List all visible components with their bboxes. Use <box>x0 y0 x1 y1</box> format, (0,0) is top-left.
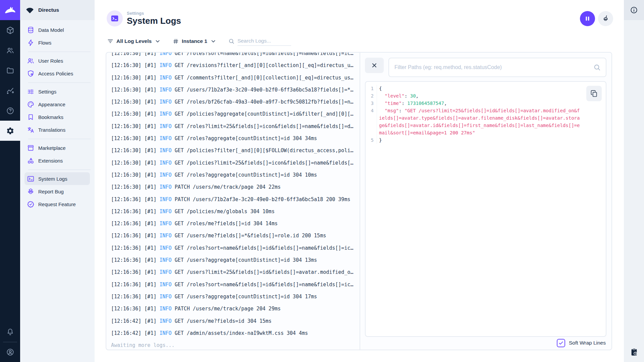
search-logs-input[interactable] <box>237 37 291 46</box>
log-meta: [12:16:36] [#1] <box>111 208 160 215</box>
log-row[interactable]: [12:16:30] [#1] INFO GET /roles?sort=nam… <box>111 53 360 59</box>
log-row[interactable]: [12:16:30] [#1] INFO GET /roles?aggregat… <box>111 132 360 144</box>
nav-item-data-model[interactable]: Data Model <box>24 23 90 36</box>
log-level: INFO <box>160 123 172 129</box>
log-meta: [12:16:30] [#1] <box>111 75 160 81</box>
log-row[interactable]: [12:16:30] [#1] INFO GET /policies?aggre… <box>111 108 360 120</box>
log-meta: [12:16:36] [#1] <box>111 294 160 300</box>
log-row[interactable]: [12:16:30] [#1] INFO GET /policies?filte… <box>111 144 360 157</box>
log-row[interactable]: [12:16:36] [#1] INFO GET /users?limit=25… <box>111 266 360 278</box>
nav-item-label: Settings <box>38 89 56 95</box>
instance-filter[interactable]: Instance 1 <box>172 38 217 45</box>
copy-json-button[interactable] <box>586 86 602 101</box>
user-roles-icon <box>27 57 35 65</box>
log-row[interactable]: [12:16:36] [#1] INFO GET /roles?sort=nam… <box>111 279 360 291</box>
log-row[interactable]: [12:16:36] [#1] INFO PATCH /users/me/tra… <box>111 303 360 315</box>
system-logs-page-icon <box>107 10 123 26</box>
nav-item-user-roles[interactable]: User Roles <box>24 54 90 67</box>
close-icon <box>371 62 378 69</box>
nav-item-appearance[interactable]: Appearance <box>24 98 90 111</box>
log-row[interactable]: [12:16:30] [#1] INFO PATCH /users/me/tra… <box>111 181 360 193</box>
project-chip[interactable]: Directus <box>20 0 95 20</box>
user-menu-button[interactable] <box>0 342 20 362</box>
log-meta: [12:16:36] [#1] <box>111 196 160 202</box>
instance-filter-label: Instance 1 <box>182 38 207 44</box>
log-row[interactable]: [12:16:36] [#1] INFO GET /users?aggregat… <box>111 254 360 266</box>
code-line: 5 } <box>366 136 606 144</box>
help-icon <box>6 107 14 115</box>
log-row[interactable]: [12:16:36] [#1] INFO PATCH /users/71b2af… <box>111 193 360 205</box>
module-settings[interactable] <box>0 121 20 141</box>
log-row[interactable]: [12:16:30] [#1] INFO GET /comments?filte… <box>111 72 360 84</box>
log-row[interactable]: [12:16:30] [#1] INFO GET /roles?aggregat… <box>111 169 360 181</box>
logs-container: [12:16:30] [#1] INFO GET /roles?sort=nam… <box>106 52 612 350</box>
breadcrumb[interactable]: Settings <box>127 11 181 16</box>
nav-item-request-feature[interactable]: Request Feature <box>24 198 90 210</box>
log-level: INFO <box>160 62 172 68</box>
pause-icon <box>584 15 591 22</box>
log-list[interactable]: [12:16:30] [#1] INFO GET /roles?sort=nam… <box>106 53 360 350</box>
module-files[interactable] <box>0 60 20 80</box>
check-icon <box>558 340 564 346</box>
info-sidebar-button[interactable] <box>624 0 644 20</box>
info-icon <box>630 6 638 14</box>
nav-item-extensions[interactable]: Extensions <box>24 154 90 167</box>
log-meta: [12:16:30] [#1] <box>111 87 160 93</box>
pause-logs-button[interactable] <box>580 11 595 26</box>
nav-item-marketplace[interactable]: Marketplace <box>24 141 90 154</box>
shield-info-icon <box>27 70 35 77</box>
log-row[interactable]: [12:16:30] [#1] INFO GET /policies?limit… <box>111 157 360 169</box>
line-number: 5 <box>366 136 377 144</box>
log-json-viewer[interactable]: 1 { 2 "level": 30, 3 "time": 17310645875… <box>365 81 606 337</box>
log-row[interactable]: [12:16:30] [#1] INFO GET /users/71b2af3e… <box>111 84 360 96</box>
notifications-button[interactable] <box>0 322 20 342</box>
log-message: GET /roles?sort=name&fields[]=id&fields[… <box>172 245 354 251</box>
clear-logs-button[interactable] <box>598 11 613 26</box>
nav-item-translations[interactable]: Translations <box>24 123 90 136</box>
nav-item-settings[interactable]: Settings <box>24 85 90 98</box>
log-meta: [12:16:30] [#1] <box>111 123 160 129</box>
nav-item-label: Extensions <box>38 158 63 164</box>
log-level: INFO <box>160 53 172 56</box>
nav-item-system-logs[interactable]: System Logs <box>24 172 90 185</box>
log-row[interactable]: [12:16:36] [#1] INFO GET /roles?sort=nam… <box>111 242 360 254</box>
log-row[interactable]: [12:16:42] [#1] INFO GET /users/me?field… <box>111 315 360 327</box>
log-row[interactable]: [12:16:30] [#1] INFO GET /roles/bf26cfab… <box>111 96 360 108</box>
nav-item-flows[interactable]: Flows <box>24 36 90 49</box>
log-message: GET /roles?sort=name&fields[]=id&fields[… <box>172 53 354 56</box>
module-content[interactable] <box>0 20 20 40</box>
module-docs[interactable] <box>0 101 20 121</box>
log-toolbar: All Log Levels Instance 1 <box>107 36 291 47</box>
nav-item-report-bug[interactable]: Report Bug <box>24 185 90 198</box>
code-line: 2 "level": 30, <box>366 92 606 100</box>
log-row[interactable]: [12:16:36] [#1] INFO GET /policies/me/gl… <box>111 205 360 218</box>
clipboard-button[interactable] <box>624 348 644 357</box>
nav-item-bookmarks[interactable]: Bookmarks <box>24 111 90 123</box>
module-insights[interactable] <box>0 80 20 101</box>
nav-item-access-policies[interactable]: Access Policies <box>24 67 90 80</box>
log-row[interactable]: [12:16:42] [#1] INFO GET /admin/assets/i… <box>111 327 360 339</box>
log-level: INFO <box>160 282 172 288</box>
filter-paths-input[interactable] <box>394 64 593 70</box>
log-row[interactable]: [12:16:36] [#1] INFO GET /users/me?field… <box>111 230 360 242</box>
log-row[interactable]: [12:16:30] [#1] INFO GET /roles?limit=25… <box>111 120 360 132</box>
awaiting-more-logs: Awaiting more logs... <box>111 339 360 350</box>
activity-icon <box>6 86 14 95</box>
log-row[interactable]: [12:16:36] [#1] INFO GET /users?aggregat… <box>111 291 360 303</box>
log-level-filter[interactable]: All Log Levels <box>107 38 161 45</box>
soft-wrap-label: Soft Wrap Lines <box>569 340 606 346</box>
log-level: INFO <box>160 135 172 141</box>
close-detail-button[interactable] <box>365 58 384 73</box>
log-message: GET /users/me?fields=id 304 15ms <box>172 318 272 324</box>
line-content: "level": 30, <box>377 92 606 100</box>
module-users[interactable] <box>0 40 20 60</box>
log-row[interactable]: [12:16:30] [#1] INFO GET /revisions?filt… <box>111 59 360 71</box>
log-message: GET /users/71b2af3e-3c20-49e0-b2f0-6ff3a… <box>172 87 354 93</box>
log-row[interactable]: [12:16:36] [#1] INFO GET /roles/me?field… <box>111 218 360 230</box>
log-message: GET /policies?filter[_and][0][$FOLLOW(di… <box>172 147 354 154</box>
directus-logo[interactable] <box>0 0 20 20</box>
box-icon <box>6 26 14 35</box>
soft-wrap-checkbox[interactable] <box>557 339 565 347</box>
log-meta: [12:16:30] [#1] <box>111 62 160 68</box>
log-meta: [12:16:36] [#1] <box>111 269 160 275</box>
